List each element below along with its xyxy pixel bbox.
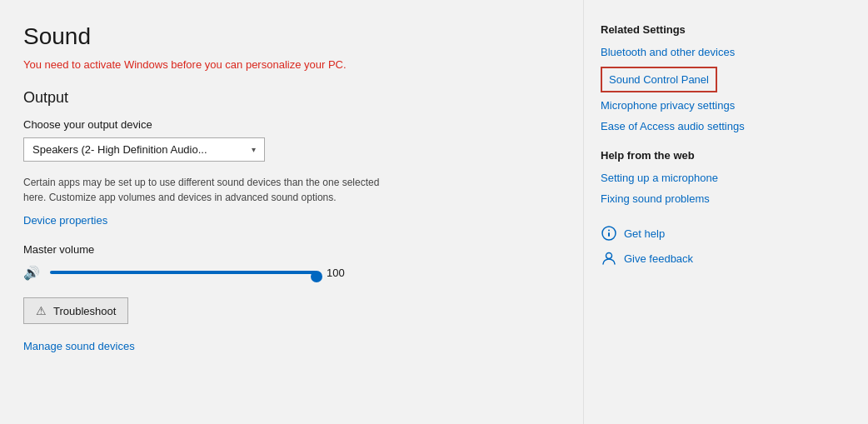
sound-control-panel-link[interactable]: Sound Control Panel — [601, 67, 717, 92]
right-panel: Related Settings Bluetooth and other dev… — [583, 0, 850, 424]
activation-warning: You need to activate Windows before you … — [23, 58, 550, 71]
svg-point-3 — [606, 253, 612, 259]
device-select-value: Speakers (2- High Definition Audio... — [32, 143, 207, 156]
fixing-sound-problems-link[interactable]: Fixing sound problems — [601, 192, 826, 205]
get-help-link[interactable]: Get help — [624, 227, 665, 240]
svg-rect-2 — [608, 232, 610, 237]
volume-value: 100 — [327, 267, 352, 279]
chevron-down-icon: ▾ — [252, 145, 256, 154]
related-settings-title: Related Settings — [601, 23, 826, 36]
volume-slider[interactable] — [50, 264, 317, 281]
ease-of-access-audio-link[interactable]: Ease of Access audio settings — [601, 120, 826, 132]
bluetooth-devices-link[interactable]: Bluetooth and other devices — [601, 46, 826, 58]
troubleshoot-button[interactable]: ⚠ Troubleshoot — [23, 297, 128, 324]
slider-track — [50, 271, 317, 274]
output-hint-text: Certain apps may be set up to use differ… — [23, 175, 382, 205]
device-properties-link[interactable]: Device properties — [23, 214, 107, 227]
main-content: Sound You need to activate Windows befor… — [0, 0, 583, 424]
slider-thumb — [311, 271, 322, 282]
manage-sound-devices-link[interactable]: Manage sound devices — [23, 340, 135, 352]
device-label: Choose your output device — [23, 118, 550, 131]
output-device-select[interactable]: Speakers (2- High Definition Audio... ▾ — [23, 137, 265, 162]
warning-icon: ⚠ — [36, 304, 47, 317]
get-help-row: Get help — [601, 225, 826, 242]
get-help-icon — [601, 225, 617, 242]
related-settings-links: Bluetooth and other devices Sound Contro… — [601, 46, 826, 132]
setting-up-microphone-link[interactable]: Setting up a microphone — [601, 172, 826, 184]
troubleshoot-button-label: Troubleshoot — [53, 305, 116, 317]
svg-point-1 — [608, 230, 610, 232]
bottom-links: Get help Give feedback — [601, 225, 826, 267]
volume-icon: 🔊 — [23, 265, 40, 281]
output-section-title: Output — [23, 89, 550, 107]
volume-row: 🔊 100 — [23, 264, 550, 281]
give-feedback-icon — [601, 250, 617, 267]
give-feedback-row: Give feedback — [601, 250, 826, 267]
help-web-title: Help from the web — [601, 149, 826, 162]
microphone-privacy-link[interactable]: Microphone privacy settings — [601, 99, 826, 112]
page-title: Sound — [23, 23, 550, 50]
master-volume-label: Master volume — [23, 243, 550, 256]
give-feedback-link[interactable]: Give feedback — [624, 252, 693, 265]
